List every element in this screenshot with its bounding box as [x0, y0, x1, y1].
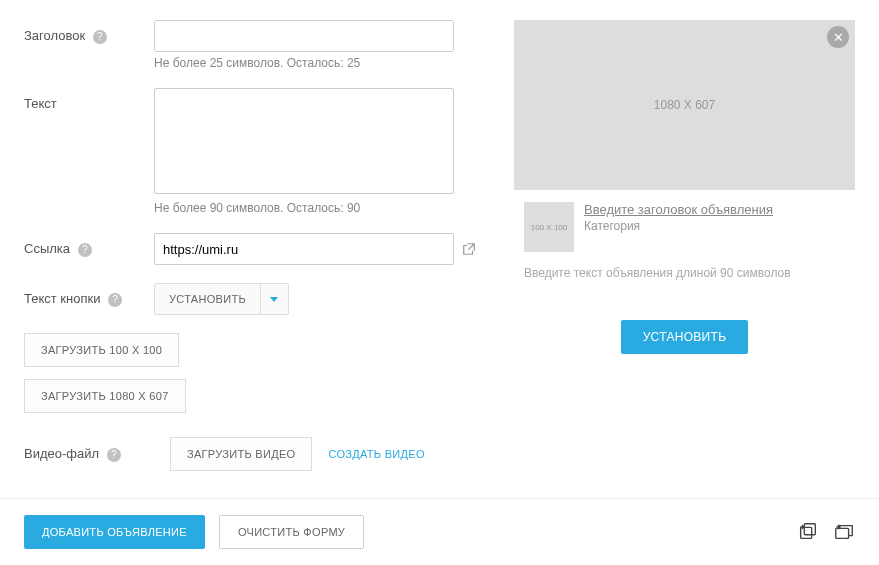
upload-1080-button[interactable]: ЗАГРУЗИТЬ 1080 X 607 — [24, 379, 186, 413]
help-icon[interactable]: ? — [78, 243, 92, 257]
create-video-link[interactable]: СОЗДАТЬ ВИДЕО — [328, 448, 424, 460]
title-hint: Не более 25 символов. Осталось: 25 — [154, 56, 484, 70]
help-icon[interactable]: ? — [93, 30, 107, 44]
title-label: Заголовок ? — [24, 20, 154, 44]
close-icon[interactable]: ✕ — [827, 26, 849, 48]
help-icon[interactable]: ? — [107, 448, 121, 462]
preview-column: 1080 X 607 ✕ 100 X 100 Введите заголовок… — [514, 20, 855, 471]
form-column: Заголовок ? Не более 25 символов. Остало… — [24, 20, 484, 471]
text-label: Текст — [24, 88, 154, 111]
button-text-dropdown[interactable]: УСТАНОВИТЬ — [154, 283, 289, 315]
chevron-down-icon — [260, 284, 288, 314]
preview-desc-placeholder: Введите текст объявления длиной 90 симво… — [524, 266, 845, 280]
help-icon[interactable]: ? — [108, 293, 122, 307]
link-label: Ссылка ? — [24, 233, 154, 257]
text-hint: Не более 90 символов. Осталось: 90 — [154, 201, 484, 215]
external-link-icon[interactable] — [462, 242, 476, 256]
text-textarea[interactable] — [154, 88, 454, 194]
upload-video-button[interactable]: ЗАГРУЗИТЬ ВИДЕО — [170, 437, 312, 471]
copy-icon[interactable] — [797, 521, 819, 543]
button-text-label: Текст кнопки ? — [24, 283, 154, 307]
upload-100-button[interactable]: ЗАГРУЗИТЬ 100 X 100 — [24, 333, 179, 367]
preview-thumb-placeholder: 100 X 100 — [524, 202, 574, 252]
footer: ДОБАВИТЬ ОБЪЯВЛЕНИЕ ОЧИСТИТЬ ФОРМУ — [0, 498, 879, 565]
svg-rect-1 — [804, 524, 815, 535]
preview-category: Категория — [584, 219, 773, 233]
clear-form-button[interactable]: ОЧИСТИТЬ ФОРМУ — [219, 515, 364, 549]
svg-rect-4 — [836, 528, 849, 538]
preview-title-placeholder: Введите заголовок объявления — [584, 202, 773, 217]
add-ad-button[interactable]: ДОБАВИТЬ ОБЪЯВЛЕНИЕ — [24, 515, 205, 549]
title-input[interactable] — [154, 20, 454, 52]
video-file-label: Видео-файл ? — [24, 446, 154, 462]
link-input[interactable] — [154, 233, 454, 265]
preview-cta-button[interactable]: УСТАНОВИТЬ — [621, 320, 749, 354]
duplicate-icon[interactable] — [833, 521, 855, 543]
preview-banner-placeholder: 1080 X 607 ✕ — [514, 20, 855, 190]
